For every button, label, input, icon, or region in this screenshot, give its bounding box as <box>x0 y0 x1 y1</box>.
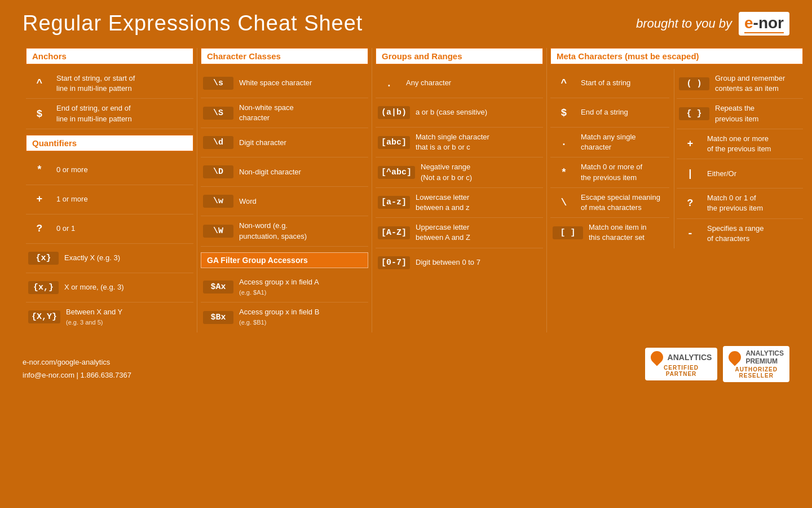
meta-right-5: ? Match 0 or 1 ofthe previous item <box>677 189 803 218</box>
symbol-curly-x: {x} <box>28 252 59 265</box>
footer-line1: e-nor.com/google-analytics <box>23 356 131 369</box>
logo-text: e-nor <box>744 14 784 33</box>
footer-line2: info@e-nor.com | 1.866.638.7367 <box>23 369 131 382</box>
symbol-dot: . <box>378 78 400 89</box>
desc-quant-1: 0 or more <box>56 165 88 175</box>
desc-cc-3: Digit character <box>239 138 286 148</box>
meta-left-6: [ ] Match one item inthis character set <box>550 218 669 247</box>
analytics-label: ANALYTICS <box>668 353 712 362</box>
symbol-meta-plus: + <box>679 138 701 150</box>
header-right: brought to you by e-nor <box>636 12 789 36</box>
enor-logo: e-nor <box>739 12 789 36</box>
premium-icon <box>726 348 744 366</box>
desc-meta-right-1: Group and remembercontents as an item <box>715 73 785 94</box>
desc-quant-2: 1 or more <box>56 194 88 204</box>
cc-item-3: \d Digit character <box>201 128 368 157</box>
gr-item-2: (a|b) a or b (case sensitive) <box>376 98 543 128</box>
symbol-curly-xy: {X,Y} <box>28 310 60 323</box>
meta-right-2: { } Repeats theprevious item <box>677 99 803 129</box>
meta-col-left: ^ Start of a string $ End of a string . … <box>550 69 674 248</box>
symbol-dollar-ax: $Ax <box>203 281 233 294</box>
symbol-dollar-bx: $Bx <box>203 311 233 324</box>
symbol-meta-parens: ( ) <box>679 77 709 90</box>
authorized-label: AUTHORIZED <box>735 366 778 373</box>
desc-quant-4: Exactly X (e.g. 3) <box>64 253 120 263</box>
symbol-meta-question: ? <box>679 198 701 209</box>
header: Regular Expressions Cheat Sheet brought … <box>23 11 789 36</box>
desc-meta-right-3: Match one or moreof the previous item <box>707 134 771 154</box>
quantifiers-header: Quantifiers <box>26 135 193 151</box>
premium-analytics-label: ANALYTICSPREMIUM <box>745 349 784 365</box>
symbol-dollar: $ <box>28 108 51 120</box>
symbol-star: * <box>28 164 51 176</box>
quant-item-2: + 1 or more <box>26 185 193 214</box>
anchors-header: Anchors <box>26 48 193 64</box>
quant-item-6: {X,Y} Between X and Y(e.g. 3 and 5) <box>26 303 193 332</box>
symbol-bracket-a-z: [a-z] <box>378 196 410 209</box>
symbol-meta-dollar: $ <box>553 107 575 119</box>
footer-contact: e-nor.com/google-analytics info@e-nor.co… <box>23 356 131 382</box>
desc-meta-left-3: Match any singlecharacter <box>581 132 636 152</box>
desc-cc-1: White space character <box>239 78 312 88</box>
groups-ranges-header: Groups and Ranges <box>376 48 543 64</box>
ga-filter-header: GA Filter Group Accessors <box>201 252 368 268</box>
ga-item-1: $Ax Access group x in field A(e.g. $A1) <box>201 273 368 303</box>
quant-item-1: * 0 or more <box>26 156 193 185</box>
meta-right-4: | Either/Or <box>677 159 803 189</box>
reseller-label: RESELLER <box>739 373 774 379</box>
meta-grid: ^ Start of a string $ End of a string . … <box>550 69 803 248</box>
desc-cc-4: Non-digit character <box>239 167 301 177</box>
desc-quant-3: 0 or 1 <box>56 224 75 234</box>
col-groups-ranges: Groups and Ranges . Any character (a|b) … <box>372 48 547 332</box>
main-grid: Anchors ^ Start of string, or start ofli… <box>23 48 789 332</box>
analytics-icon <box>648 348 665 366</box>
desc-quant-5: X or more, (e.g. 3) <box>64 282 123 292</box>
brought-text: brought to you by <box>636 16 732 31</box>
desc-quant-6: Between X and Y(e.g. 3 and 5) <box>66 307 122 327</box>
gr-item-4: [^abc] Negative range(Not a or b or c) <box>376 157 543 187</box>
desc-gr-1: Any character <box>406 78 451 88</box>
footer: e-nor.com/google-analytics info@e-nor.co… <box>23 346 789 382</box>
desc-meta-left-6: Match one item inthis character set <box>589 222 647 243</box>
symbol-question: ? <box>28 223 51 234</box>
badge-analytics-premium: ANALYTICSPREMIUM AUTHORIZED RESELLER <box>723 346 789 382</box>
page-title: Regular Expressions Cheat Sheet <box>23 11 363 36</box>
desc-meta-left-5: Escape special meaningof meta characters <box>581 192 660 213</box>
logo-dash: - <box>753 14 758 32</box>
badge-analytics-certified: ANALYTICS CERTIFIED PARTNER <box>645 348 718 380</box>
symbol-bracket-abc: [abc] <box>378 136 410 149</box>
desc-meta-left-4: Match 0 or more ofthe previous item <box>581 162 642 182</box>
meta-left-2: $ End of a string <box>550 98 669 128</box>
desc-ga-1: Access group x in field A(e.g. $A1) <box>239 277 319 297</box>
meta-left-1: ^ Start of a string <box>550 69 669 98</box>
cc-item-5: \w Word <box>201 187 368 216</box>
desc-gr-2: a or b (case sensitive) <box>416 107 487 117</box>
logo-nor: nor <box>758 14 784 32</box>
quant-item-5: {x,} X or more, (e.g. 3) <box>26 273 193 303</box>
symbol-backslash-W: \W <box>203 225 233 238</box>
meta-left-3: . Match any singlecharacter <box>550 128 669 157</box>
desc-meta-right-6: Specifies a rangeof characters <box>707 224 764 244</box>
desc-gr-7: Digit between 0 to 7 <box>416 257 480 268</box>
symbol-meta-dash: - <box>679 228 701 239</box>
quant-item-3: ? 0 or 1 <box>26 214 193 244</box>
desc-gr-5: Lowercase letterbetween a and z <box>416 192 469 213</box>
gr-item-1: . Any character <box>376 69 543 98</box>
desc-gr-6: Uppercase letterbetween A and Z <box>416 222 470 243</box>
symbol-meta-dot: . <box>553 137 575 148</box>
symbol-backslash-S: \S <box>203 107 233 120</box>
partner-label: PARTNER <box>666 371 697 377</box>
meta-right-1: ( ) Group and remembercontents as an ite… <box>677 69 803 99</box>
desc-meta-left-1: Start of a string <box>581 78 630 88</box>
footer-badges: ANALYTICS CERTIFIED PARTNER ANALYTICSPRE… <box>645 346 789 382</box>
desc-ga-2: Access group x in field B(e.g. $B1) <box>239 307 319 327</box>
desc-anchor-1: Start of string, or start ofline in mult… <box>56 73 135 94</box>
desc-meta-right-5: Match 0 or 1 ofthe previous item <box>707 193 763 213</box>
symbol-curly-x-comma: {x,} <box>28 281 59 294</box>
cc-item-1: \s White space character <box>201 69 368 98</box>
symbol-bracket-A-Z: [A-Z] <box>378 226 410 239</box>
col-char-classes: Character Classes \s White space charact… <box>197 48 372 332</box>
cc-item-2: \S Non-white spacecharacter <box>201 98 368 128</box>
desc-meta-right-4: Either/Or <box>707 169 736 179</box>
certified-label: CERTIFIED <box>664 365 699 371</box>
